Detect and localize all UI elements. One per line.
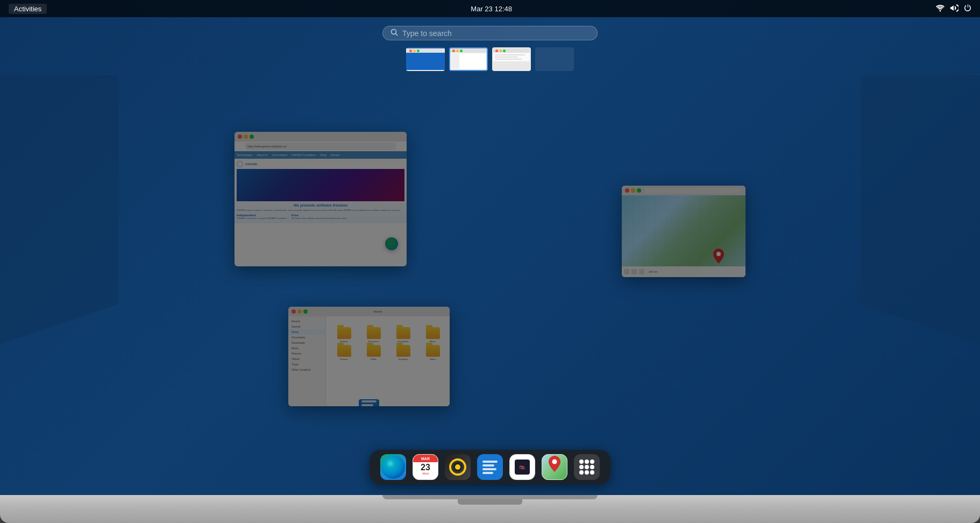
dock-icon-calendar[interactable]: MAR 23 Wed <box>413 454 438 480</box>
search-input[interactable] <box>402 29 590 38</box>
apps-dot-8 <box>585 470 589 475</box>
files-icon-line-3 <box>482 468 496 470</box>
web-globe-icon <box>381 455 405 479</box>
datetime-label: Mar 23 12:48 <box>471 5 512 13</box>
software-bag-icon: 🛍 <box>515 460 530 475</box>
svg-line-2 <box>396 34 398 36</box>
svg-point-4 <box>552 460 557 464</box>
headphones-inner <box>453 463 462 471</box>
apps-dot-4 <box>579 465 584 469</box>
network-tray-icon[interactable] <box>936 4 945 13</box>
laptop-hinge <box>382 495 598 499</box>
laptop-bottom <box>0 495 980 523</box>
dock: MAR 23 Wed <box>370 450 610 484</box>
calendar-day: 23 <box>421 463 430 472</box>
dock-icon-software[interactable]: 🛍 <box>509 454 535 480</box>
top-bar: Activities Mar 23 12:48 <box>0 0 980 17</box>
thumbnail-text-editor[interactable] <box>492 47 531 71</box>
dock-icon-maps[interactable] <box>542 454 567 480</box>
maps-icon-inner <box>542 455 567 479</box>
maps-pin-icon <box>549 456 560 475</box>
dock-icon-files[interactable] <box>477 454 503 480</box>
files-icon-inner <box>477 454 503 480</box>
dock-icon-web[interactable] <box>380 454 406 480</box>
apps-dot-1 <box>579 460 584 464</box>
thumbnail-empty[interactable] <box>535 47 574 71</box>
thumbnail-files[interactable] <box>449 47 488 71</box>
laptop-notch <box>458 499 522 505</box>
search-container <box>382 26 598 40</box>
activities-button[interactable]: Activities <box>9 4 47 14</box>
search-bar <box>382 26 598 40</box>
files-icon-lines <box>479 457 501 477</box>
search-icon <box>390 29 398 38</box>
svg-point-1 <box>392 30 396 34</box>
volume-tray-icon[interactable] <box>950 4 958 13</box>
desktop: Activities Mar 23 12:48 <box>0 0 980 495</box>
headphones-ring <box>449 458 466 476</box>
calendar-month: MAR <box>421 457 430 461</box>
software-bag-symbol: 🛍 <box>520 464 525 470</box>
files-icon-line-4 <box>482 472 493 474</box>
files-icon-line-2 <box>482 464 494 467</box>
thumbnail-browser[interactable] <box>406 47 445 71</box>
apps-dot-7 <box>579 470 584 475</box>
calendar-body: 23 Wed <box>413 462 438 476</box>
overview-overlay <box>0 17 980 495</box>
svg-point-0 <box>940 10 941 11</box>
apps-grid-icon <box>579 460 594 475</box>
tray-area <box>936 4 971 13</box>
apps-dot-3 <box>590 460 594 464</box>
apps-dot-9 <box>590 470 594 475</box>
apps-dot-2 <box>585 460 589 464</box>
thumbnails-row <box>406 47 574 71</box>
calendar-header: MAR <box>413 455 438 462</box>
dock-icon-show-applications[interactable] <box>574 454 600 480</box>
apps-dot-6 <box>590 465 594 469</box>
apps-dot-5 <box>585 465 589 469</box>
dock-icon-rhythmbox[interactable] <box>445 454 471 480</box>
power-tray-icon[interactable] <box>964 4 971 13</box>
software-icon-inner: 🛍 <box>510 455 535 479</box>
calendar-weekday: Wed <box>422 472 429 475</box>
files-icon-line-1 <box>482 461 498 463</box>
